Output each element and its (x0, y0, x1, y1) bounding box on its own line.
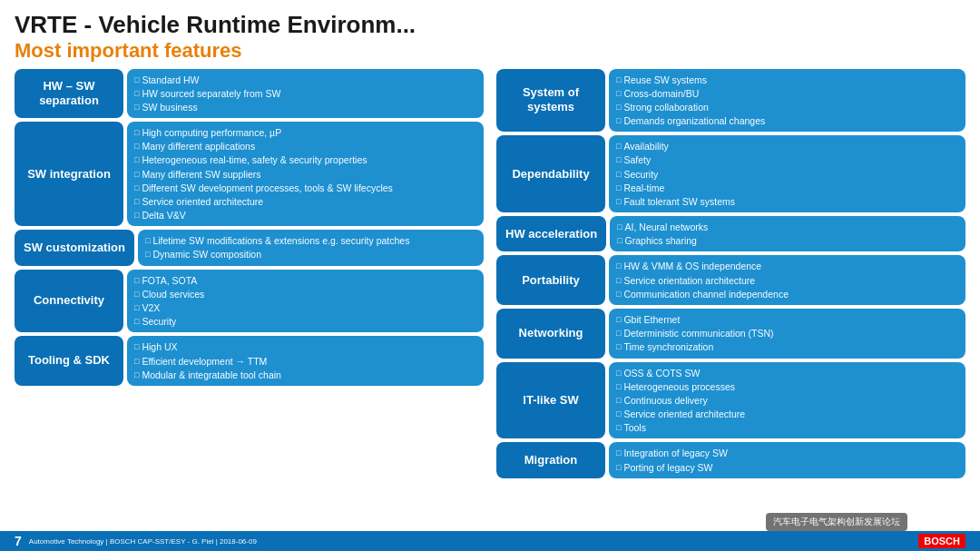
left-feature-row: SW integrationHigh computing performance… (15, 122, 484, 226)
detail-item: Different SW development processes, tool… (134, 182, 476, 194)
left-feature-row: ConnectivityFOTA, SOTACloud servicesV2XS… (15, 270, 484, 333)
feature-details: Reuse SW systemsCross-domain/BUStrong co… (609, 69, 965, 133)
left-feature-row: HW – SW separationStandard HWHW sourced … (15, 69, 484, 119)
feature-label: HW – SW separation (15, 69, 123, 119)
detail-item: High UX (134, 340, 476, 353)
right-column: System of systemsReuse SW systemsCross-d… (496, 69, 965, 520)
detail-item: HW sourced separately from SW (134, 87, 476, 100)
left-feature-row: SW customizationLifetime SW modification… (15, 230, 484, 265)
detail-item: Delta V&V (134, 209, 476, 221)
detail-item: Service oriented architecture (616, 408, 958, 420)
feature-details: Gbit EthernetDeterministic communication… (609, 309, 965, 359)
watermark: 汽车电子电气架构创新发展论坛 (766, 513, 907, 531)
detail-item: Tools (616, 421, 958, 434)
feature-label: Networking (496, 309, 605, 359)
detail-item: Cross-domain/BU (616, 87, 958, 100)
detail-item: Dynamic SW composition (145, 248, 476, 261)
detail-item: FOTA, SOTA (134, 274, 476, 287)
detail-item: Continuous delivery (616, 394, 958, 407)
feature-label: System of systems (496, 69, 605, 133)
feature-details: AvailabilitySafetySecurityReal-timeFault… (609, 135, 965, 212)
feature-label: SW integration (15, 122, 123, 226)
left-feature-row: Tooling & SDKHigh UXEfficient developmen… (15, 336, 484, 386)
detail-item: Integration of legacy SW (616, 447, 958, 459)
detail-item: Heterogeneous real-time, safety & securi… (134, 153, 476, 166)
right-feature-row: DependabilityAvailabilitySafetySecurityR… (496, 135, 965, 212)
right-feature-row: HW accelerationAI, Neural networksGraphi… (496, 216, 965, 251)
feature-details: OSS & COTS SWHeterogeneous processesCont… (609, 362, 965, 439)
detail-item: Demands organizational changes (616, 114, 958, 127)
detail-item: Standard HW (134, 74, 476, 86)
detail-item: Security (616, 168, 958, 181)
feature-label: Portability (496, 255, 605, 305)
detail-item: Many different SW suppliers (134, 168, 476, 181)
detail-item: Service orientation architecture (616, 274, 958, 287)
feature-details: AI, Neural networksGraphics sharing (610, 216, 965, 251)
detail-item: OSS & COTS SW (616, 367, 958, 379)
right-feature-row: NetworkingGbit EthernetDeterministic com… (496, 309, 965, 359)
detail-item: AI, Neural networks (617, 221, 958, 233)
feature-label: Dependability (496, 135, 605, 212)
detail-item: Fault tolerant SW systems (616, 195, 958, 208)
right-feature-row: MigrationIntegration of legacy SWPorting… (496, 442, 965, 477)
detail-item: Deterministic communication (TSN) (616, 327, 958, 339)
left-column: HW – SW separationStandard HWHW sourced … (15, 69, 484, 520)
footer-left: 7 Automotive Technology | BOSCH CAP-SST/… (15, 534, 257, 548)
detail-item: SW business (134, 101, 476, 113)
title-area: VRTE - Vehicle Runtime Environm... Most … (15, 11, 965, 64)
feature-details: High UXEfficient development → TTMModula… (127, 336, 484, 386)
detail-item: Gbit Ethernet (616, 313, 958, 326)
feature-label: Tooling & SDK (15, 336, 123, 386)
footer-left-text: Automotive Technology | BOSCH CAP-SST/ES… (29, 537, 257, 546)
detail-item: Many different applications (134, 140, 476, 153)
bosch-logo: BOSCH (918, 534, 965, 548)
feature-details: Lifetime SW modifications & extensions e… (138, 230, 484, 265)
right-feature-row: PortabilityHW & VMM & OS independenceSer… (496, 255, 965, 305)
right-feature-row: IT-like SWOSS & COTS SWHeterogeneous pro… (496, 362, 965, 439)
detail-item: Lifetime SW modifications & extensions e… (145, 234, 476, 247)
detail-item: V2X (134, 301, 476, 314)
detail-item: Graphics sharing (617, 234, 958, 247)
detail-item: Porting of legacy SW (616, 461, 958, 474)
footer: 7 Automotive Technology | BOSCH CAP-SST/… (0, 531, 980, 551)
feature-details: HW & VMM & OS independenceService orient… (609, 255, 965, 305)
right-feature-row: System of systemsReuse SW systemsCross-d… (496, 69, 965, 133)
feature-label: IT-like SW (496, 362, 605, 439)
detail-item: Heterogeneous processes (616, 380, 958, 393)
main-title: VRTE - Vehicle Runtime Environm... (15, 11, 965, 39)
detail-item: Time synchronization (616, 340, 958, 353)
feature-label: HW acceleration (496, 216, 606, 251)
detail-item: Communication channel independence (616, 288, 958, 300)
slide: VRTE - Vehicle Runtime Environm... Most … (0, 0, 980, 551)
detail-item: High computing performance, µP (134, 126, 476, 139)
detail-item: Safety (616, 153, 958, 166)
feature-details: High computing performance, µPMany diffe… (127, 122, 484, 226)
feature-details: Integration of legacy SWPorting of legac… (609, 442, 965, 477)
footer-page-number: 7 (15, 534, 22, 548)
feature-label: SW customization (15, 230, 134, 265)
detail-item: Efficient development → TTM (134, 355, 476, 368)
feature-details: FOTA, SOTACloud servicesV2XSecurity (127, 270, 484, 333)
feature-details: Standard HWHW sourced separately from SW… (127, 69, 484, 119)
detail-item: Cloud services (134, 288, 476, 300)
detail-item: Real-time (616, 182, 958, 194)
detail-item: Availability (616, 140, 958, 153)
detail-item: Security (134, 315, 476, 328)
feature-label: Connectivity (15, 270, 123, 333)
detail-item: Reuse SW systems (616, 74, 958, 86)
detail-item: Modular & integratable tool chain (134, 369, 476, 381)
sub-title: Most important features (15, 39, 965, 63)
feature-label: Migration (496, 442, 605, 477)
detail-item: Service oriented architecture (134, 195, 476, 208)
detail-item: Strong collaboration (616, 101, 958, 113)
detail-item: HW & VMM & OS independence (616, 260, 958, 272)
